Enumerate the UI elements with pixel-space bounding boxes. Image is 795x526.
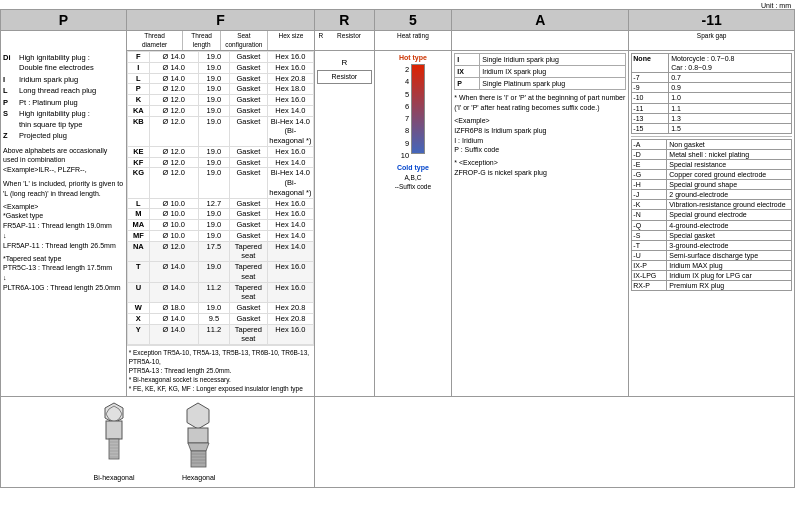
header-p: P	[1, 10, 127, 31]
f-table-row: P Ø 12.0 19.0 Gasket Hex 18.0	[127, 84, 314, 95]
p-content: DiHigh ignitability plug :Double fine el…	[1, 51, 127, 396]
a-content: I Single Iridium spark plug IX Iridium I…	[452, 51, 629, 396]
f-table-row: KB Ø 12.0 19.0 Gasket Bi-Hex 14.0 (Bi-he…	[127, 116, 314, 146]
header-5: 5	[374, 10, 452, 31]
5-subheader: Heat rating	[374, 31, 452, 51]
hex-label: Hexagonal	[171, 473, 226, 482]
f-table-row: T Ø 14.0 19.0 Tapered seat Hex 16.0	[127, 262, 314, 283]
f-content: F Ø 14.0 19.0 Gasket Hex 16.0 I Ø 14.0 1…	[126, 51, 315, 396]
header-neg11: -11	[629, 10, 795, 31]
f-table-row: L Ø 14.0 19.0 Gasket Hex 20.8	[127, 73, 314, 84]
f-table-row: MF Ø 10.0 19.0 Gasket Hex 14.0	[127, 230, 314, 241]
f-table-row: F Ø 14.0 19.0 Gasket Hex 16.0	[127, 52, 314, 63]
r-subheader: R Resistor	[315, 31, 374, 51]
f-table-row: KA Ø 12.0 19.0 Gasket Hex 14.0	[127, 105, 314, 116]
svg-rect-2	[106, 421, 122, 439]
svg-rect-13	[191, 451, 206, 467]
f-table-row: I Ø 14.0 19.0 Gasket Hex 16.0	[127, 62, 314, 73]
main-table: P F R 5 A -11 Threaddiameter Threadlengt…	[0, 9, 795, 488]
image-empty	[315, 396, 795, 488]
f-table-row: K Ø 12.0 19.0 Gasket Hex 16.0	[127, 95, 314, 106]
header-r: R	[315, 10, 374, 31]
r-content: R Resistor	[315, 51, 374, 396]
f-table-row: X Ø 14.0 9.5 Gasket Hex 20.8	[127, 313, 314, 324]
f-table-row: L Ø 10.0 12.7 Gasket Hex 16.0	[127, 198, 314, 209]
f-table-row: U Ø 14.0 11.2 Tapered seat Hex 16.0	[127, 282, 314, 303]
f-subheaders: Threaddiameter Threadlength Seatconfigur…	[126, 31, 315, 51]
neg11-subheader: Spark gap	[629, 31, 795, 51]
a-subheader	[452, 31, 629, 51]
f-table-row: Y Ø 14.0 11.2 Tapered seat Hex 16.0	[127, 324, 314, 345]
f-table-row: KE Ø 12.0 19.0 Gasket Hex 16.0	[127, 146, 314, 157]
neg11-content: None Motorcycle : 0.7~0.8 Car : 0.8~0.9 …	[629, 51, 795, 396]
p-empty-subheader	[1, 31, 127, 51]
svg-rect-11	[188, 428, 208, 443]
header-f: F	[126, 10, 315, 31]
f-table-row: W Ø 18.0 19.0 Gasket Hex 20.8	[127, 303, 314, 314]
image-row: Bi-hexagonal	[1, 396, 315, 488]
f-table-row: KG Ø 12.0 19.0 Gasket Bi-Hex 14.0 (Bi-he…	[127, 168, 314, 198]
f-table-row: NA Ø 12.0 17.5 Tapered seat Hex 14.0	[127, 241, 314, 262]
f-table-row: KF Ø 12.0 19.0 Gasket Hex 14.0	[127, 157, 314, 168]
f-table-row: M Ø 10.0 19.0 Gasket Hex 16.0	[127, 209, 314, 220]
svg-marker-12	[188, 443, 209, 451]
svg-marker-10	[187, 403, 209, 429]
header-a: A	[452, 10, 629, 31]
f-table-row: MA Ø 10.0 19.0 Gasket Hex 14.0	[127, 220, 314, 231]
unit-label: Unit : mm	[0, 0, 795, 9]
bihex-label: Bi-hexagonal	[89, 473, 139, 482]
heat-content: Hot type 2 4 5 6 7 8 9 10 Cold type A	[374, 51, 452, 396]
